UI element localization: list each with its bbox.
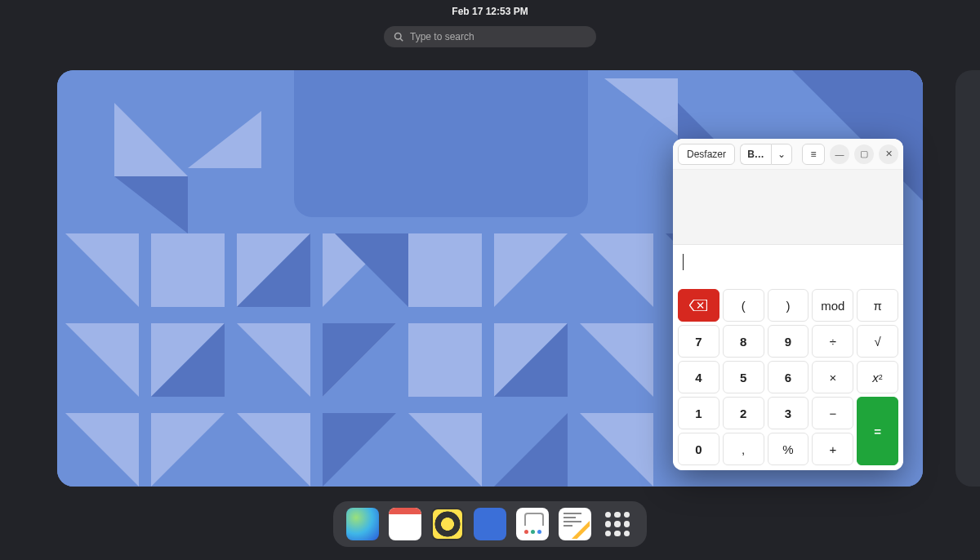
mode-label: B… — [740, 144, 771, 165]
key-0[interactable]: 0 — [678, 433, 719, 465]
minimize-icon: — — [835, 149, 844, 159]
dock-app-music[interactable] — [431, 508, 464, 540]
calculator-window: Desfazer B… ⌄ ≡ — ▢ ✕ ( ) mod — [673, 139, 903, 470]
clock[interactable]: Feb 17 12:53 PM — [0, 6, 980, 17]
search-placeholder: Type to search — [410, 31, 474, 42]
key-subtract[interactable]: − — [812, 397, 853, 429]
key-backspace[interactable] — [678, 289, 719, 322]
key-mod[interactable]: mod — [812, 289, 853, 322]
key-add[interactable]: + — [812, 433, 853, 465]
key-2[interactable]: 2 — [723, 397, 764, 429]
key-multiply[interactable]: × — [812, 361, 853, 393]
dock-show-apps-button[interactable] — [601, 508, 634, 540]
svg-point-0 — [395, 33, 402, 40]
key-7[interactable]: 7 — [678, 325, 719, 358]
grid-icon — [605, 512, 630, 536]
key-equals[interactable]: = — [857, 397, 898, 465]
key-percent[interactable]: % — [768, 433, 809, 465]
window-close-button[interactable]: ✕ — [879, 144, 898, 164]
caret — [683, 254, 684, 270]
key-6[interactable]: 6 — [768, 361, 809, 393]
svg-rect-3 — [294, 70, 588, 217]
calculator-entry[interactable] — [673, 245, 903, 284]
key-decimal[interactable]: , — [723, 433, 764, 465]
maximize-icon: ▢ — [860, 149, 868, 159]
key-lparen[interactable]: ( — [723, 289, 764, 322]
calculator-history — [673, 170, 903, 245]
key-8[interactable]: 8 — [723, 325, 764, 358]
key-4[interactable]: 4 — [678, 361, 719, 393]
dock-app-web-browser[interactable] — [346, 508, 379, 540]
dock-app-calendar[interactable] — [389, 508, 421, 540]
key-rparen[interactable]: ) — [768, 289, 809, 322]
dock-app-software[interactable] — [516, 508, 549, 540]
key-5[interactable]: 5 — [723, 361, 764, 393]
dock-app-text-editor[interactable] — [559, 508, 591, 540]
mode-selector[interactable]: B… ⌄ — [740, 144, 792, 165]
hamburger-menu-button[interactable]: ≡ — [802, 144, 825, 165]
backspace-icon — [689, 300, 707, 311]
key-square[interactable]: x2 — [857, 361, 898, 393]
svg-line-1 — [400, 38, 403, 41]
calculator-headerbar: Desfazer B… ⌄ ≡ — ▢ ✕ — [673, 139, 903, 170]
hamburger-icon: ≡ — [811, 149, 817, 160]
activities-search[interactable]: Type to search — [384, 26, 596, 47]
key-sqrt[interactable]: √ — [857, 325, 898, 358]
window-minimize-button[interactable]: — — [830, 144, 849, 164]
key-1[interactable]: 1 — [678, 397, 719, 429]
undo-button[interactable]: Desfazer — [678, 144, 735, 165]
key-pi[interactable]: π — [857, 289, 898, 322]
key-9[interactable]: 9 — [768, 325, 809, 358]
workspace-next[interactable] — [956, 70, 980, 487]
search-icon — [394, 32, 403, 42]
key-3[interactable]: 3 — [768, 397, 809, 429]
dash — [333, 501, 647, 547]
dock-app-todo[interactable] — [474, 508, 506, 540]
window-maximize-button[interactable]: ▢ — [854, 144, 874, 164]
calculator-keypad: ( ) mod π 7 8 9 ÷ √ 4 5 6 × x2 1 2 3 − =… — [673, 284, 903, 470]
key-divide[interactable]: ÷ — [812, 325, 853, 358]
close-icon: ✕ — [885, 149, 893, 159]
chevron-down-icon: ⌄ — [771, 144, 792, 165]
